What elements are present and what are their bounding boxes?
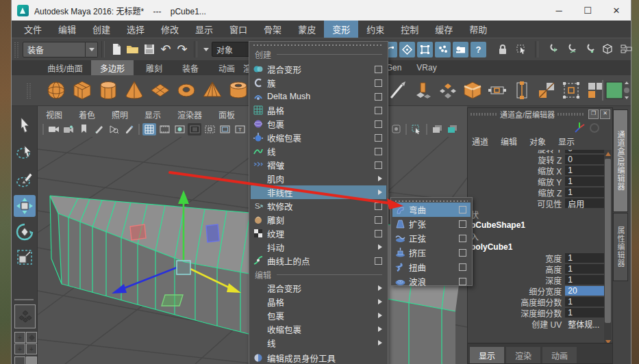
menu-item-muscle[interactable]: 肌肉	[251, 172, 386, 185]
menu-edit[interactable]: 编辑	[50, 21, 84, 38]
channel-scrollbar[interactable]	[604, 150, 612, 346]
bevel-button[interactable]	[461, 79, 484, 102]
snap-points-button[interactable]	[417, 42, 433, 57]
layout-partial-b[interactable]	[26, 356, 37, 364]
highlight-selection-button[interactable]	[513, 41, 529, 57]
image-plane-button[interactable]	[92, 123, 105, 135]
channel-row[interactable]: 旋转 Z0	[468, 154, 606, 165]
menu-control[interactable]: 控制	[392, 21, 427, 38]
channel-row[interactable]: 创建 UV整体规...	[468, 318, 606, 329]
menu-select[interactable]: 选择	[118, 21, 153, 38]
option-box[interactable]	[459, 278, 466, 285]
option-box[interactable]	[375, 230, 382, 237]
selection-mask-dropdown-icon[interactable]	[203, 48, 209, 51]
lock-button[interactable]	[494, 41, 511, 57]
open-scene-button[interactable]	[125, 41, 141, 57]
layout-quad-a[interactable]: +	[14, 343, 25, 354]
menu-set-selector[interactable]: 装备	[23, 42, 86, 57]
snap-view-button[interactable]	[599, 41, 616, 57]
edit-edge-flow-button[interactable]	[486, 79, 509, 102]
poly-plane-button[interactable]	[149, 79, 172, 102]
manipulator-xy-plane[interactable]	[206, 224, 219, 242]
cb-menu-channels[interactable]: 通道	[472, 135, 488, 147]
film-gate-button[interactable]	[158, 123, 171, 135]
poly-torus-button[interactable]	[175, 79, 198, 102]
snap-grid-button[interactable]	[544, 41, 560, 57]
close-button[interactable]: ✕	[602, 0, 631, 21]
shape-node-name[interactable]: pCubeShape1	[468, 220, 606, 231]
paint-select-tool[interactable]	[14, 169, 36, 191]
save-scene-button[interactable]	[141, 41, 158, 57]
select-camera-button[interactable]	[47, 123, 60, 135]
menu-item-cluster[interactable]: 簇	[251, 76, 386, 90]
grid-toggle-button[interactable]	[142, 123, 156, 135]
menu-item-texture[interactable]: 纹理	[251, 226, 386, 240]
channel-row[interactable]: 深度细分数1	[468, 307, 606, 318]
menu-create[interactable]: 创建	[84, 21, 118, 38]
layer-tab-anim[interactable]: 动画	[542, 347, 577, 363]
poly-cone-button[interactable]	[123, 79, 146, 102]
shelf-tab-polygons[interactable]: 多边形	[91, 60, 134, 75]
submenu-item-bend[interactable]: 弯曲	[392, 203, 471, 217]
menu-skeleton[interactable]: 骨架	[255, 21, 290, 38]
option-box[interactable]	[375, 120, 382, 128]
channel-row-subdivisions-width[interactable]: 细分宽度20	[468, 285, 606, 296]
menu-item-nonlinear[interactable]: 非线性	[251, 185, 386, 199]
layer-tab-render[interactable]: 渲染	[506, 347, 540, 363]
menu-item-wrinkle[interactable]: 褶皱	[251, 158, 386, 172]
pop-out-panel-button[interactable]	[445, 123, 459, 135]
outputs-button[interactable]	[636, 41, 639, 57]
target-weld-button[interactable]	[560, 79, 583, 102]
layer-tab-display[interactable]: 显示	[470, 347, 504, 363]
cb-menu-edit[interactable]: 编辑	[501, 135, 517, 147]
poly-cube-button[interactable]	[71, 79, 94, 102]
multi-cut-button[interactable]	[387, 79, 410, 102]
vp-menu-shading[interactable]: 着色	[71, 107, 103, 121]
channel-row[interactable]: 缩放 X1	[468, 165, 606, 176]
vp-menu-renderer[interactable]: 渲染器	[169, 107, 210, 121]
field-chart-button[interactable]	[203, 123, 216, 135]
manipulator-center[interactable]	[177, 261, 190, 274]
layout-persp-outliner-a[interactable]: +	[14, 332, 25, 343]
sidetab-channel-box[interactable]: 通道盒/层编辑器	[613, 109, 628, 212]
panel-close-icon[interactable]: ✕	[600, 109, 610, 119]
menu-item-soft-modification[interactable]: S 软修改	[251, 199, 386, 213]
menu-cache[interactable]: 缓存	[427, 21, 461, 38]
combine-button[interactable]	[535, 79, 558, 102]
channel-row[interactable]: 宽度1	[468, 252, 606, 263]
undo-button[interactable]: ↶	[158, 41, 174, 57]
menu-item-point-on-curve[interactable]: 曲线上的点	[251, 254, 386, 268]
menu-item-edit-membership-tool[interactable]: 编辑成员身份工具	[251, 351, 386, 364]
layout-quad-b[interactable]: +	[26, 343, 37, 354]
option-box[interactable]	[375, 203, 382, 210]
submenu-item-wave[interactable]: 波浪	[392, 274, 471, 289]
menu-item-wire[interactable]: 线	[251, 144, 386, 158]
menu-constrain[interactable]: 约束	[358, 21, 392, 38]
scroll-up-icon[interactable]	[605, 152, 611, 156]
input-node-name[interactable]: polyCube1	[468, 242, 606, 252]
channel-box-titlebar[interactable]: 通道盒/层编辑器 ❐ ✕	[468, 108, 612, 120]
menu-display[interactable]: 显示	[187, 21, 221, 38]
redo-button[interactable]: ↷	[174, 41, 190, 57]
new-scene-button[interactable]	[108, 41, 125, 57]
safe-title-button[interactable]: T	[233, 123, 247, 135]
inputs-button[interactable]	[618, 41, 634, 57]
snap-point-button[interactable]	[581, 41, 597, 57]
scrollbar-thumb[interactable]	[605, 159, 611, 323]
vp-menu-show[interactable]: 显示	[136, 107, 169, 121]
xray-button[interactable]	[389, 123, 403, 135]
menu-file[interactable]: 文件	[16, 21, 50, 38]
option-box[interactable]	[375, 107, 382, 114]
sidetab-attribute-editor[interactable]: 属性编辑器	[613, 213, 628, 281]
poly-pyramid-button[interactable]	[201, 79, 224, 102]
option-box[interactable]	[375, 148, 382, 155]
live-surface-button[interactable]	[399, 42, 415, 57]
select-tool[interactable]	[14, 114, 36, 136]
channel-row[interactable]: 缩放 Y1	[468, 176, 606, 187]
menu-deform[interactable]: 变形	[324, 21, 358, 38]
poly-cylinder-button[interactable]	[97, 79, 120, 102]
vp-menu-panels[interactable]: 面板	[210, 107, 243, 121]
option-box[interactable]	[375, 79, 382, 87]
rotate-tool[interactable]	[14, 221, 36, 243]
resolution-gate-button[interactable]	[173, 123, 186, 135]
